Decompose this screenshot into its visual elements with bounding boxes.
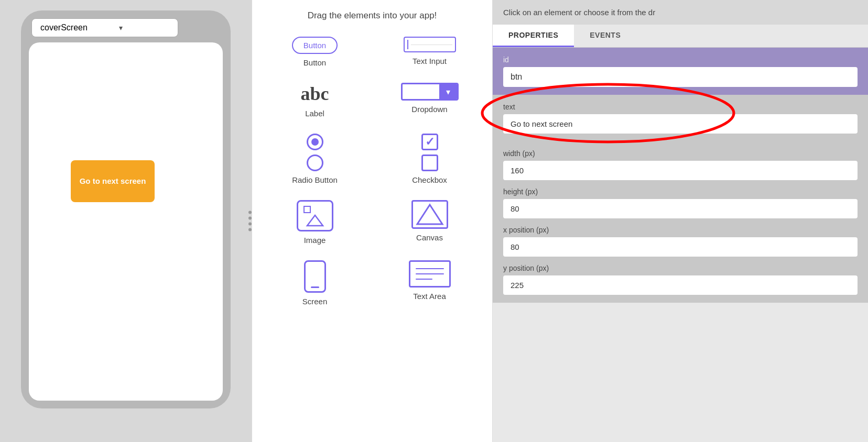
radio-icon bbox=[307, 134, 323, 171]
palette-item-checkbox[interactable]: ✓ Checkbox bbox=[377, 128, 482, 190]
radio-empty-icon bbox=[307, 154, 323, 171]
radio-filled-icon bbox=[307, 134, 323, 150]
label-label: Label bbox=[305, 109, 324, 118]
right-panel: Click on an element or choose it from th… bbox=[493, 0, 868, 442]
checkbox-preview: ✓ bbox=[421, 134, 438, 171]
palette-item-textarea[interactable]: Text Area bbox=[377, 255, 482, 311]
width-input[interactable] bbox=[503, 161, 858, 180]
palette-item-dropdown[interactable]: ▾ Dropdown bbox=[377, 78, 482, 123]
left-panel: coverScreen ▾ Go to next screen bbox=[0, 0, 252, 442]
palette-item-label[interactable]: abc Label bbox=[263, 78, 367, 123]
screen-preview bbox=[304, 260, 326, 293]
textarea-line-1 bbox=[416, 268, 444, 269]
image-icon bbox=[297, 200, 333, 231]
divider-dot-2 bbox=[248, 217, 252, 220]
x-input[interactable] bbox=[503, 237, 858, 257]
width-row: width (px) bbox=[503, 149, 858, 180]
dropdown-arrow-box: ▾ bbox=[439, 84, 457, 99]
button-label: Button bbox=[303, 58, 326, 67]
height-label: height (px) bbox=[503, 187, 858, 196]
text-section: text bbox=[493, 95, 868, 141]
textarea-line-3 bbox=[416, 279, 432, 280]
input-line bbox=[411, 45, 452, 45]
textarea-line-2 bbox=[416, 273, 444, 274]
cursor-icon bbox=[407, 40, 408, 49]
checkbox-label: Checkbox bbox=[412, 175, 447, 184]
id-section: id bbox=[493, 48, 868, 95]
image-preview bbox=[297, 200, 333, 231]
palette-item-button[interactable]: Button Button bbox=[263, 31, 367, 72]
text-label: text bbox=[503, 103, 858, 111]
dropdown-icon: ▾ bbox=[401, 83, 459, 101]
palette-item-screen[interactable]: Screen bbox=[263, 255, 367, 311]
y-input[interactable] bbox=[503, 275, 858, 295]
height-input[interactable] bbox=[503, 199, 858, 218]
tab-events[interactable]: EVENTS bbox=[574, 25, 636, 47]
image-label: Image bbox=[304, 236, 326, 245]
canvas-triangle-svg bbox=[413, 202, 447, 227]
canvas-label: Canvas bbox=[416, 233, 443, 242]
mountain-icon bbox=[302, 211, 328, 227]
dropdown-label: Dropdown bbox=[411, 105, 447, 114]
dropdown-preview: ▾ bbox=[401, 83, 459, 101]
tab-properties[interactable]: PROPERTIES bbox=[493, 25, 574, 47]
go-to-next-screen-button[interactable]: Go to next screen bbox=[71, 160, 155, 202]
phone-screen: Go to next screen bbox=[29, 42, 223, 401]
button-preview: Button bbox=[292, 37, 338, 54]
palette-item-radio[interactable]: Radio Button bbox=[263, 128, 367, 190]
label-icon: abc bbox=[301, 83, 329, 105]
button-icon: Button bbox=[292, 37, 338, 54]
x-position-row: x position (px) bbox=[503, 226, 858, 257]
screen-selector[interactable]: coverScreen ▾ bbox=[31, 18, 178, 37]
text-input-icon bbox=[404, 37, 456, 52]
panel-divider bbox=[248, 211, 252, 231]
y-position-row: y position (px) bbox=[503, 264, 858, 295]
screen-selector-label: coverScreen bbox=[40, 23, 88, 32]
svg-marker-0 bbox=[307, 215, 323, 226]
elements-grid: Button Button Text Input abc Label bbox=[263, 31, 482, 311]
text-input-wrapper bbox=[503, 114, 858, 134]
canvas-icon bbox=[411, 200, 448, 229]
radio-dot bbox=[311, 138, 319, 146]
svg-marker-1 bbox=[417, 205, 442, 224]
dropdown-arrow-icon: ▾ bbox=[446, 87, 450, 97]
textarea-preview bbox=[409, 260, 451, 288]
screen-label: Screen bbox=[302, 297, 328, 306]
screen-element-icon bbox=[304, 260, 326, 293]
checkbox-icon: ✓ bbox=[421, 134, 438, 171]
chevron-down-icon: ▾ bbox=[119, 24, 123, 32]
checkbox-checked-icon: ✓ bbox=[421, 134, 438, 150]
palette-item-canvas[interactable]: Canvas bbox=[377, 195, 482, 250]
canvas-preview bbox=[411, 200, 448, 229]
label-preview: abc bbox=[301, 83, 329, 105]
button-label: Go to next screen bbox=[80, 176, 146, 186]
height-row: height (px) bbox=[503, 187, 858, 218]
palette-item-text-input[interactable]: Text Input bbox=[377, 31, 482, 72]
right-panel-header: Click on an element or choose it from th… bbox=[493, 0, 868, 25]
text-input-preview bbox=[404, 37, 456, 52]
divider-dot-1 bbox=[248, 211, 252, 214]
textarea-label: Text Area bbox=[413, 292, 446, 301]
middle-panel: Drag the elements into your app! Button … bbox=[252, 0, 493, 442]
phone-mockup: coverScreen ▾ Go to next screen bbox=[21, 10, 231, 408]
tabs-row: PROPERTIES EVENTS bbox=[493, 25, 868, 48]
palette-header: Drag the elements into your app! bbox=[263, 10, 482, 21]
divider-dot-4 bbox=[248, 228, 252, 231]
x-label: x position (px) bbox=[503, 226, 858, 234]
phone-top-bar: coverScreen ▾ bbox=[29, 18, 223, 37]
radio-preview bbox=[307, 134, 323, 171]
width-label: width (px) bbox=[503, 149, 858, 158]
text-property-container: text bbox=[493, 95, 868, 141]
text-input-label: Text Input bbox=[413, 57, 447, 65]
palette-item-image[interactable]: Image bbox=[263, 195, 367, 250]
radio-label: Radio Button bbox=[292, 175, 338, 184]
id-label: id bbox=[503, 56, 858, 64]
y-label: y position (px) bbox=[503, 264, 858, 272]
text-input[interactable] bbox=[503, 114, 858, 134]
checkbox-empty-icon bbox=[421, 154, 438, 171]
properties-body: width (px) height (px) x position (px) y… bbox=[493, 141, 868, 303]
id-input[interactable] bbox=[503, 67, 858, 87]
dropdown-empty-area bbox=[403, 84, 439, 99]
screen-home-button bbox=[311, 286, 319, 288]
textarea-icon bbox=[409, 260, 451, 288]
